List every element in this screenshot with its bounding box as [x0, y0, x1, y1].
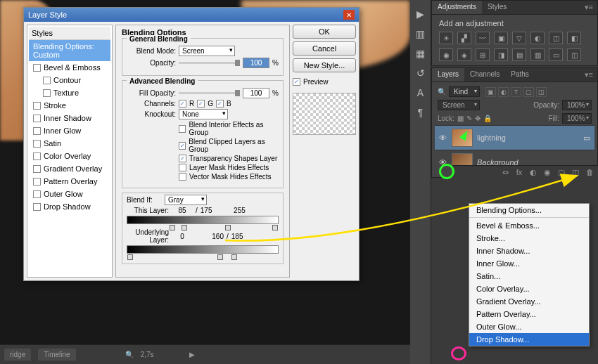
posterize-icon[interactable]: ▤ — [512, 48, 526, 61]
styles-item-contour[interactable]: Contour — [29, 74, 110, 86]
brightness-icon[interactable]: ☀ — [439, 32, 453, 44]
styles-item-texture[interactable]: Texture — [29, 86, 110, 99]
channel-g-checkbox[interactable]: ✓ — [197, 100, 205, 108]
opacity-value[interactable]: 100% — [562, 100, 592, 110]
threshold-icon[interactable]: ▥ — [530, 48, 545, 61]
invert-icon[interactable]: ◨ — [494, 48, 508, 61]
panel-menu-icon[interactable]: ▾≡ — [580, 1, 597, 14]
ctx-inner-shadow[interactable]: Inner Shadow... — [469, 245, 589, 257]
filter-adjust-icon[interactable]: ◐ — [498, 87, 509, 97]
tab-adjustments[interactable]: Adjustments — [432, 1, 482, 14]
fx-button-icon[interactable]: fx — [514, 168, 525, 177]
new-style-button[interactable]: New Style... — [293, 58, 356, 72]
checkbox-icon[interactable] — [33, 64, 41, 72]
tab-channels[interactable]: Channels — [464, 68, 505, 82]
gradient-marker[interactable] — [182, 225, 187, 230]
channel-b-checkbox[interactable]: ✓ — [216, 100, 224, 108]
knockout-select[interactable]: None — [179, 109, 228, 119]
close-icon[interactable]: ✕ — [343, 10, 355, 20]
photo-filter-icon[interactable]: ◉ — [439, 48, 453, 61]
styles-item-inner-shadow[interactable]: Inner Shadow — [29, 112, 110, 124]
styles-item-stroke[interactable]: Stroke — [29, 99, 110, 112]
checkbox-icon[interactable] — [33, 203, 41, 211]
checkbox-icon[interactable] — [33, 115, 41, 122]
ctx-bevel[interactable]: Bevel & Emboss... — [469, 219, 589, 232]
lock-position-icon[interactable]: ✥ — [475, 115, 481, 122]
opacity-slider[interactable] — [179, 62, 240, 64]
layer-name[interactable]: lightning — [477, 134, 506, 142]
checkbox-icon[interactable] — [33, 102, 41, 110]
fill-opacity-input[interactable]: 100 — [243, 88, 269, 98]
gradient-marker[interactable] — [272, 225, 278, 230]
gradient-marker[interactable] — [127, 254, 133, 260]
opacity-input[interactable]: 100 — [243, 58, 269, 68]
fill-value[interactable]: 100% — [562, 113, 592, 124]
styles-item-color-overlay[interactable]: Color Overlay — [29, 150, 110, 162]
gradient-marker[interactable] — [231, 254, 237, 260]
levels-icon[interactable]: ▞ — [457, 32, 471, 44]
styles-item-satin[interactable]: Satin — [29, 137, 110, 150]
ctx-inner-glow[interactable]: Inner Glow... — [469, 257, 589, 270]
play-icon[interactable]: ▶ — [189, 351, 195, 358]
this-layer-gradient[interactable] — [127, 216, 279, 224]
mask-icon[interactable]: ◐ — [528, 168, 539, 177]
underlying-layer-gradient[interactable] — [127, 245, 279, 254]
ctx-blending-options[interactable]: Blending Options... — [469, 204, 589, 218]
layer-mask-hides-checkbox[interactable] — [179, 164, 186, 171]
cancel-button[interactable]: Cancel — [293, 41, 356, 56]
dialog-titlebar[interactable]: Layer Style ✕ — [24, 8, 359, 22]
lookup-icon[interactable]: ⊞ — [476, 48, 490, 61]
checkbox-icon[interactable] — [33, 140, 41, 148]
blend-mode-select[interactable]: Screen — [179, 46, 235, 56]
hue-icon[interactable]: ◐ — [530, 32, 545, 44]
vector-mask-hides-checkbox[interactable] — [179, 173, 186, 181]
ctx-pattern-overlay[interactable]: Pattern Overlay... — [469, 308, 589, 320]
kind-filter[interactable]: Kind — [449, 86, 480, 97]
styles-item-drop-shadow[interactable]: Drop Shadow — [29, 200, 110, 213]
panel-menu-icon[interactable]: ▾≡ — [580, 68, 597, 82]
lock-image-icon[interactable]: ✎ — [466, 115, 472, 122]
balance-icon[interactable]: ◫ — [549, 32, 563, 44]
bw-icon[interactable]: ◧ — [567, 32, 581, 44]
filter-smart-icon[interactable]: ◫ — [536, 87, 547, 97]
paragraph-icon[interactable]: ¶ — [414, 105, 428, 119]
checkbox-icon[interactable] — [33, 190, 41, 198]
visibility-icon[interactable]: 👁 — [438, 133, 447, 143]
filter-pixel-icon[interactable]: ▣ — [485, 87, 496, 97]
fx-icon[interactable]: ▭ — [583, 134, 590, 143]
gradient-marker[interactable] — [170, 225, 175, 230]
swatches-icon[interactable]: ▦ — [414, 46, 428, 60]
filter-type-icon[interactable]: T — [511, 87, 521, 97]
group-icon[interactable]: ▢ — [556, 168, 567, 177]
ctx-satin[interactable]: Satin... — [469, 270, 589, 282]
tab-timeline[interactable]: Timeline — [38, 349, 75, 360]
tab-bridge[interactable]: ridge — [4, 349, 31, 360]
blend-clipped-checkbox[interactable]: ✓ — [179, 142, 186, 150]
styles-item-pattern-overlay[interactable]: Pattern Overlay — [29, 175, 110, 188]
checkbox-icon[interactable] — [43, 89, 51, 97]
gradient-map-icon[interactable]: ▭ — [549, 48, 563, 61]
play-icon[interactable]: ▶ — [414, 7, 428, 21]
tab-layers[interactable]: Layers — [432, 68, 464, 82]
channel-r-checkbox[interactable]: ✓ — [179, 100, 186, 108]
ctx-drop-shadow[interactable]: Drop Shadow... — [469, 333, 589, 346]
filter-shape-icon[interactable]: ▢ — [523, 87, 534, 97]
ctx-gradient-overlay[interactable]: Gradient Overlay... — [469, 295, 589, 308]
layer-lightning[interactable]: 👁 lightning ▭ — [435, 125, 594, 150]
channel-mixer-icon[interactable]: ◈ — [457, 48, 471, 61]
visibility-icon[interactable]: 👁 — [438, 157, 447, 167]
history-icon[interactable]: ↺ — [414, 66, 428, 80]
curves-icon[interactable]: 〰 — [476, 32, 490, 44]
ctx-outer-glow[interactable]: Outer Glow... — [469, 320, 589, 333]
exposure-icon[interactable]: ▣ — [494, 32, 508, 44]
gradient-marker[interactable] — [217, 254, 223, 260]
blend-mode-select[interactable]: Screen — [438, 100, 480, 110]
gradient-marker[interactable] — [225, 225, 231, 230]
adjustment-icon[interactable]: ◉ — [542, 168, 553, 177]
fill-opacity-slider[interactable] — [179, 92, 240, 94]
lock-transparency-icon[interactable]: ▦ — [457, 115, 464, 122]
styles-item-gradient-overlay[interactable]: Gradient Overlay — [29, 162, 110, 175]
tab-paths[interactable]: Paths — [505, 68, 535, 82]
checkbox-icon[interactable] — [33, 152, 41, 160]
checkbox-icon[interactable] — [43, 77, 51, 84]
